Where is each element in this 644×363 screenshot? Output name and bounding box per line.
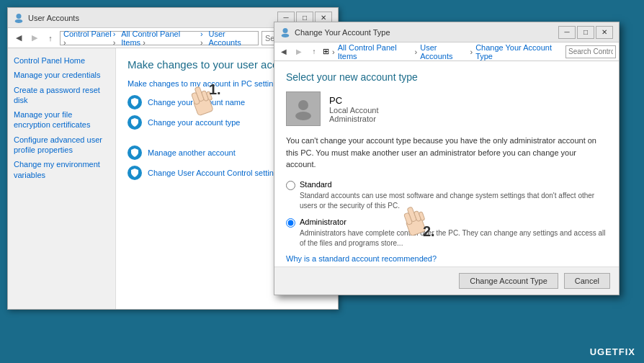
breadcrumb-control-panel[interactable]: Control Panel	[63, 30, 112, 47]
window-title: User Accounts	[28, 14, 79, 22]
second-title-bar: Change Your Account Type ─ □ ✕	[274, 22, 619, 42]
shield-icon-1	[128, 95, 142, 109]
back-button[interactable]: ◀	[12, 32, 25, 45]
svg-point-0	[17, 13, 22, 18]
nav-environment-variables[interactable]: Change my environment variables	[14, 159, 109, 180]
second-window: Change Your Account Type ─ □ ✕ ◀ ▶ ↑ ⊞ ›…	[274, 22, 620, 295]
second-forward-button[interactable]: ▶	[292, 45, 305, 58]
svg-point-5	[295, 112, 311, 120]
nav-control-panel-home[interactable]: Control Panel Home	[14, 55, 109, 66]
watermark: UGETFIX	[590, 346, 635, 357]
account-details: PC Local Account Administrator	[329, 95, 379, 123]
breadcrumb[interactable]: Control Panel › All Control Panel Items …	[60, 31, 259, 45]
nav-advanced-profile[interactable]: Configure advanced user profile properti…	[14, 135, 109, 156]
administrator-option: Administrator Administrators have comple…	[286, 217, 607, 248]
account-type1: Local Account	[329, 106, 379, 115]
second-section-title: Select your new account type	[286, 71, 607, 83]
up-button[interactable]: ↑	[44, 32, 57, 45]
second-window-title: Change Your Account Type	[295, 28, 390, 37]
left-navigation: Control Panel Home Manage your credentia…	[8, 48, 116, 309]
second-search-input[interactable]	[565, 45, 616, 58]
nav-create-password-disk[interactable]: Create a password reset disk	[14, 85, 109, 106]
user-silhouette-icon	[292, 97, 315, 120]
second-breadcrumb-user-accounts[interactable]: User Accounts	[420, 43, 467, 60]
manage-another-link[interactable]: Manage another account	[148, 148, 236, 157]
breadcrumb-all-items[interactable]: All Control Panel Items	[121, 30, 199, 47]
account-info: PC Local Account Administrator	[286, 91, 607, 126]
avatar	[286, 91, 321, 126]
second-window-controls: ─ □ ✕	[558, 26, 613, 39]
svg-point-2	[283, 27, 288, 32]
standard-radio[interactable]	[286, 181, 295, 190]
shield-icon-4	[128, 166, 142, 180]
administrator-radio[interactable]	[286, 218, 295, 228]
second-minimize-button[interactable]: ─	[558, 26, 576, 39]
breadcrumb-user-accounts[interactable]: User Accounts	[209, 30, 255, 47]
second-address-bar: ◀ ▶ ↑ ⊞ › All Control Panel Items › User…	[274, 42, 619, 61]
second-up-button[interactable]: ↑	[308, 45, 321, 58]
second-breadcrumb-change-type[interactable]: Change Your Account Type	[475, 43, 563, 60]
shield-icon-2	[128, 115, 142, 130]
second-breadcrumb-all-items[interactable]: All Control Panel Items	[338, 43, 412, 60]
standard-option: Standard Standard accounts can use most …	[286, 179, 607, 211]
second-window-icon	[280, 27, 290, 37]
second-maximize-button[interactable]: □	[577, 26, 594, 39]
why-standard-link[interactable]: Why is a standard account recommended?	[286, 254, 607, 263]
uac-settings-link[interactable]: Change User Account Control settings	[148, 169, 282, 177]
change-account-type-button[interactable]: Change Account Type	[459, 273, 558, 289]
user-accounts-icon	[14, 13, 24, 23]
change-type-link[interactable]: Change your account type	[148, 118, 240, 127]
warning-message: You can't change your account type becau…	[286, 135, 607, 171]
account-type-options: Standard Standard accounts can use most …	[286, 179, 607, 248]
change-name-link[interactable]: Change your account name	[148, 98, 245, 107]
administrator-description: Administrators have complete control ove…	[300, 228, 607, 248]
account-name: PC	[329, 95, 379, 106]
nav-manage-credentials[interactable]: Manage your credentials	[14, 70, 109, 80]
standard-description: Standard accounts can use most software …	[300, 191, 607, 211]
shield-icon-3	[128, 145, 142, 160]
svg-point-1	[15, 19, 23, 22]
second-back-button[interactable]: ◀	[277, 45, 290, 58]
administrator-label[interactable]: Administrator	[300, 218, 346, 226]
second-content: Select your new account type PC Local Ac…	[274, 61, 619, 295]
nav-file-encryption[interactable]: Manage your file encryption certificates	[14, 109, 109, 130]
forward-button[interactable]: ▶	[28, 32, 41, 45]
standard-label[interactable]: Standard	[300, 180, 332, 189]
breadcrumb-home-icon: ⊞	[323, 47, 329, 56]
svg-point-3	[282, 33, 290, 37]
cancel-button[interactable]: Cancel	[564, 273, 610, 289]
second-close-button[interactable]: ✕	[596, 26, 613, 39]
second-breadcrumb[interactable]: ⊞ › All Control Panel Items › User Accou…	[323, 43, 563, 60]
svg-point-4	[298, 100, 308, 110]
account-type2: Administrator	[329, 115, 379, 123]
bottom-buttons: Change Account Type Cancel	[274, 266, 619, 295]
